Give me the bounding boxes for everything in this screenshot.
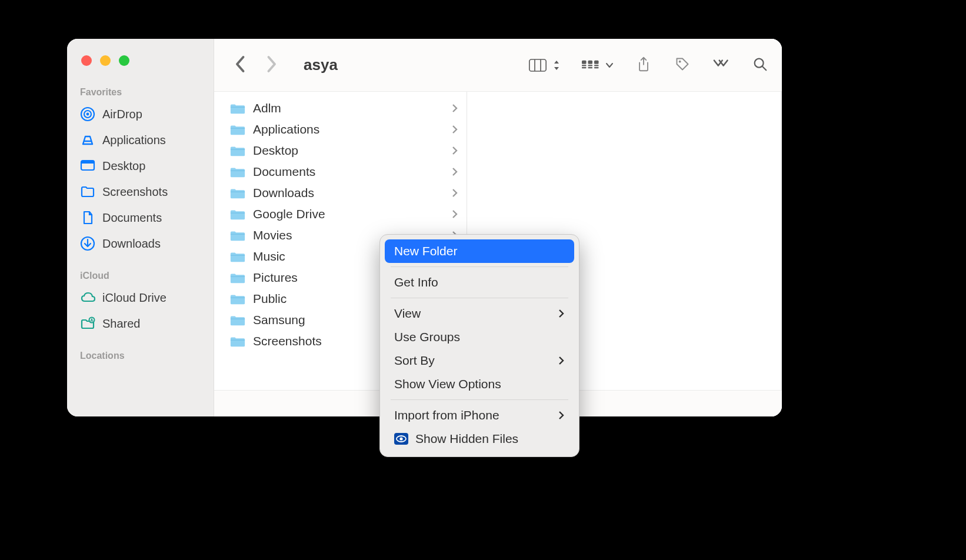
desktop-icon — [80, 158, 95, 174]
context-menu-item-label: New Folder — [394, 244, 457, 258]
sidebar: FavoritesAirDropApplicationsDesktopScree… — [67, 39, 214, 416]
sidebar-item-label: Desktop — [102, 160, 145, 172]
file-row[interactable]: Downloads — [214, 182, 467, 204]
context-menu-item-label: Show View Options — [394, 377, 501, 391]
sidebar-item-desktop[interactable]: Desktop — [67, 153, 214, 179]
svg-rect-8 — [594, 65, 599, 66]
folder-icon — [229, 186, 246, 199]
folder-icon — [229, 102, 246, 115]
shared-icon — [80, 316, 95, 331]
file-name: Downloads — [253, 186, 444, 200]
icloud-icon — [80, 290, 95, 305]
chevron-right-icon — [558, 356, 565, 365]
folder-icon — [229, 123, 246, 136]
folder-icon — [229, 144, 246, 157]
context-menu-item-label: Import from iPhone — [394, 408, 499, 422]
context-menu-item-view[interactable]: View — [385, 302, 574, 325]
eye-icon — [394, 433, 408, 445]
sidebar-item-label: AirDrop — [102, 108, 142, 120]
sidebar-item-label: Shared — [102, 318, 141, 329]
view-options-button[interactable] — [582, 58, 614, 73]
context-menu-separator — [391, 266, 568, 267]
svg-point-12 — [679, 60, 681, 62]
chevron-right-icon — [558, 411, 565, 420]
file-row[interactable]: Desktop — [214, 140, 467, 161]
folder-icon — [80, 184, 95, 199]
window-controls — [67, 55, 214, 66]
sidebar-item-label: iCloud Drive — [102, 292, 166, 304]
sidebar-item-label: Downloads — [102, 238, 161, 249]
tags-button[interactable] — [674, 56, 691, 74]
folder-icon — [229, 271, 246, 284]
chevron-right-icon — [451, 104, 458, 113]
sidebar-section-header: Locations — [67, 346, 214, 365]
context-menu-item-use-groups[interactable]: Use Groups — [385, 325, 574, 349]
back-button[interactable] — [234, 55, 247, 75]
context-menu-item-label: Use Groups — [394, 330, 460, 344]
folder-icon — [229, 292, 246, 305]
file-name: Documents — [253, 165, 444, 179]
file-row[interactable]: Documents — [214, 161, 467, 182]
folder-icon — [229, 208, 246, 221]
sidebar-section-header: iCloud — [67, 266, 214, 285]
context-menu-separator — [391, 298, 568, 298]
context-menu-item-label: Show Hidden Files — [415, 432, 518, 446]
sidebar-item-applications[interactable]: Applications — [67, 127, 214, 153]
context-menu-item-label: View — [394, 306, 421, 321]
chevron-right-icon — [451, 209, 458, 219]
chevron-right-icon — [451, 167, 458, 176]
chevron-right-icon — [451, 188, 458, 198]
folder-icon — [229, 314, 246, 326]
close-button[interactable] — [81, 55, 92, 66]
context-menu: New FolderGet InfoViewUse GroupsSort ByS… — [379, 234, 579, 457]
zoom-button[interactable] — [119, 55, 129, 66]
context-menu-item-label: Get Info — [394, 275, 438, 289]
context-menu-separator — [391, 399, 568, 400]
forward-button[interactable] — [265, 55, 278, 75]
chevron-right-icon — [451, 125, 458, 134]
sidebar-item-downloads[interactable]: Downloads — [67, 231, 214, 256]
airdrop-icon — [80, 106, 95, 122]
context-menu-item-show-hidden-files[interactable]: Show Hidden Files — [385, 427, 574, 451]
svg-rect-10 — [588, 67, 593, 68]
share-button[interactable] — [635, 56, 652, 74]
sidebar-item-label: Screenshots — [102, 186, 168, 198]
file-name: Desktop — [253, 144, 444, 158]
file-row[interactable]: Adlm — [214, 98, 467, 119]
sidebar-item-shared[interactable]: Shared — [67, 311, 214, 336]
file-name: Applications — [253, 122, 444, 136]
downloads-icon — [80, 236, 95, 251]
svg-rect-7 — [588, 65, 593, 66]
svg-rect-5 — [594, 60, 599, 64]
folder-icon — [229, 165, 246, 178]
context-menu-item-show-view-options[interactable]: Show View Options — [385, 372, 574, 396]
svg-rect-6 — [582, 65, 587, 66]
sidebar-item-label: Documents — [102, 212, 162, 224]
overflow-button[interactable] — [712, 56, 730, 74]
svg-rect-0 — [529, 59, 546, 71]
context-menu-item-get-info[interactable]: Get Info — [385, 271, 574, 294]
context-menu-item-new-folder[interactable]: New Folder — [385, 239, 574, 263]
window-title: asya — [304, 56, 517, 74]
file-row[interactable]: Google Drive — [214, 204, 467, 225]
context-menu-item-sort-by[interactable]: Sort By — [385, 349, 574, 372]
sidebar-section-header: Favorites — [67, 82, 214, 101]
sidebar-item-documents[interactable]: Documents — [67, 205, 214, 231]
minimize-button[interactable] — [100, 55, 111, 66]
svg-rect-3 — [582, 60, 587, 64]
context-menu-item-import-from-iphone[interactable]: Import from iPhone — [385, 404, 574, 427]
applications-icon — [80, 132, 95, 148]
svg-rect-11 — [594, 67, 599, 68]
sidebar-item-icloud-drive[interactable]: iCloud Drive — [67, 285, 214, 311]
chevron-right-icon — [451, 146, 458, 155]
sidebar-item-airdrop[interactable]: AirDrop — [67, 101, 214, 127]
toolbar: asya — [214, 39, 782, 92]
sidebar-item-label: Applications — [102, 134, 166, 146]
sidebar-item-screenshots[interactable]: Screenshots — [67, 179, 214, 205]
svg-rect-9 — [582, 67, 587, 68]
columns-view-button[interactable] — [529, 58, 561, 73]
folder-icon — [229, 250, 246, 263]
svg-rect-4 — [588, 60, 593, 64]
search-button[interactable] — [751, 56, 769, 74]
file-row[interactable]: Applications — [214, 119, 467, 140]
